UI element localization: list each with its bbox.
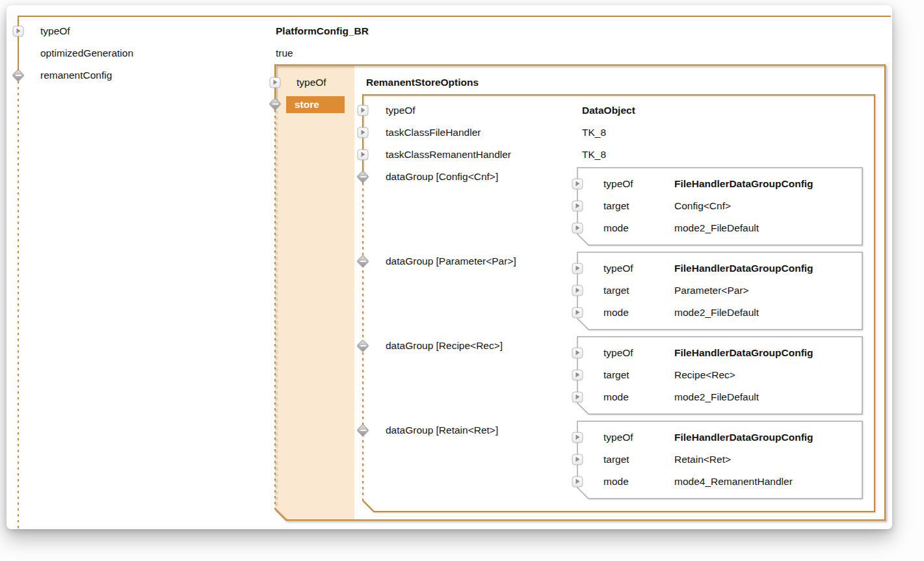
property-value-mode: mode4_RemanentHandler — [674, 476, 793, 488]
property-value-typeof: FileHandlerDataGroupConfig — [674, 178, 813, 190]
collapse-diamond-icon[interactable] — [356, 255, 369, 268]
expand-triangle-icon[interactable] — [572, 263, 583, 274]
property-label-target[interactable]: target — [603, 285, 629, 296]
property-label-target[interactable]: target — [603, 454, 629, 465]
expand-triangle-icon[interactable] — [572, 348, 583, 359]
property-value-mode: mode2_FileDefault — [674, 307, 759, 319]
property-value-target: Recipe<Rec> — [674, 369, 735, 381]
property-label-typeof[interactable]: typeOf — [603, 263, 633, 274]
property-label-taskclassfilehandler[interactable]: taskClassFileHandler — [386, 127, 481, 138]
store-node-selected[interactable]: store — [286, 96, 345, 113]
property-label-typeof[interactable]: typeOf — [603, 432, 633, 443]
property-label-mode[interactable]: mode — [603, 476, 629, 488]
property-label-typeof[interactable]: typeOf — [603, 347, 633, 359]
property-value-target: Config<Cnf> — [674, 200, 731, 212]
property-value-mode: mode2_FileDefault — [674, 222, 759, 234]
config-editor-screen: typeOf PlatformConfig_BR optimizedGenera… — [0, 0, 924, 561]
property-value-optimizedgeneration: true — [276, 47, 293, 59]
expand-triangle-icon[interactable] — [572, 201, 583, 212]
config-editor-card: typeOf PlatformConfig_BR optimizedGenera… — [7, 5, 892, 529]
property-label-typeof[interactable]: typeOf — [386, 105, 416, 116]
property-label-datagroup-recipe[interactable]: dataGroup [Recipe<Rec>] — [386, 340, 503, 352]
expand-triangle-icon[interactable] — [572, 392, 583, 403]
expand-triangle-icon[interactable] — [572, 454, 583, 465]
property-label-optimizedgeneration[interactable]: optimizedGeneration — [40, 47, 133, 59]
property-label-target[interactable]: target — [603, 200, 629, 212]
property-label-taskclassremanenthandler[interactable]: taskClassRemanentHandler — [386, 149, 511, 161]
expand-triangle-icon[interactable] — [358, 150, 369, 161]
property-label-mode[interactable]: mode — [603, 307, 629, 319]
expand-triangle-icon[interactable] — [572, 370, 583, 381]
collapse-diamond-icon[interactable] — [356, 339, 369, 352]
expand-triangle-icon[interactable] — [13, 26, 24, 37]
property-value-typeof: FileHandlerDataGroupConfig — [674, 347, 813, 359]
property-label-mode[interactable]: mode — [603, 222, 629, 234]
expand-triangle-icon[interactable] — [358, 105, 369, 116]
expand-triangle-icon[interactable] — [572, 432, 583, 443]
collapse-diamond-icon[interactable] — [356, 170, 369, 183]
property-value-mode: mode2_FileDefault — [674, 391, 759, 403]
property-value-typeof: RemanentStoreOptions — [366, 77, 479, 88]
expand-triangle-icon[interactable] — [572, 307, 583, 319]
property-label-target[interactable]: target — [603, 369, 629, 381]
property-value-typeof: FileHandlerDataGroupConfig — [674, 432, 813, 443]
collapse-diamond-icon[interactable] — [356, 424, 369, 437]
collapse-diamond-icon[interactable] — [12, 69, 25, 82]
expand-triangle-icon[interactable] — [572, 223, 583, 234]
expand-triangle-icon[interactable] — [572, 285, 583, 296]
property-value-taskclassremanenthandler: TK_8 — [582, 149, 606, 161]
remanent-group-label-column — [275, 65, 354, 520]
property-label-datagroup-config[interactable]: dataGroup [Config<Cnf>] — [386, 171, 498, 183]
property-label-remanentconfig[interactable]: remanentConfig — [40, 70, 112, 81]
property-label-datagroup-retain[interactable]: dataGroup [Retain<Ret>] — [386, 424, 498, 436]
property-label-typeof[interactable]: typeOf — [297, 77, 326, 88]
property-label-typeof[interactable]: typeOf — [603, 178, 633, 190]
property-value-target: Retain<Ret> — [674, 454, 731, 465]
property-label-datagroup-parameter[interactable]: dataGroup [Parameter<Par>] — [386, 255, 516, 267]
expand-triangle-icon[interactable] — [572, 476, 583, 488]
property-value-typeof: FileHandlerDataGroupConfig — [674, 263, 813, 274]
property-value-typeof: DataObject — [582, 105, 635, 116]
property-value-taskclassfilehandler: TK_8 — [582, 127, 606, 138]
expand-triangle-icon[interactable] — [358, 127, 369, 138]
expand-triangle-icon[interactable] — [572, 179, 583, 190]
collapse-diamond-icon[interactable] — [269, 98, 282, 111]
property-label-typeof[interactable]: typeOf — [40, 25, 70, 37]
property-label-mode[interactable]: mode — [603, 391, 629, 403]
expand-triangle-icon[interactable] — [270, 77, 281, 88]
property-value-typeof: PlatformConfig_BR — [276, 25, 369, 37]
property-value-target: Parameter<Par> — [674, 285, 749, 296]
